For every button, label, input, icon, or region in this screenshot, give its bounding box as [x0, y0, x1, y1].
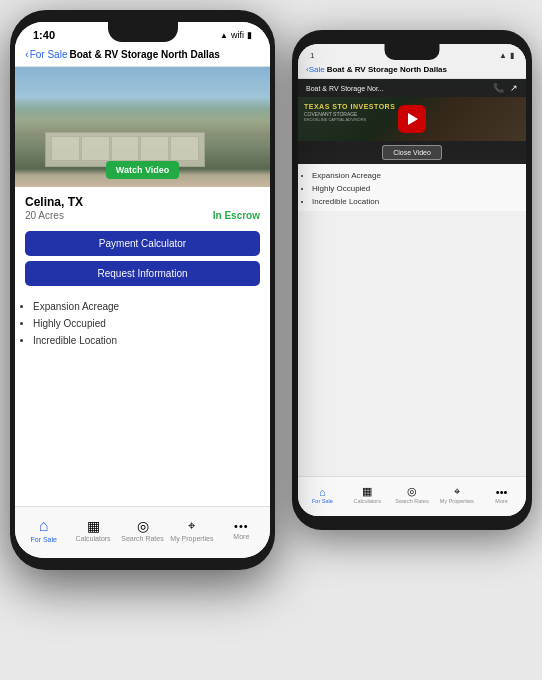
back-nav-title: Boat & RV Storage North Dallas	[327, 65, 447, 74]
front-tab-for-sale[interactable]: ⌂ For Sale	[19, 517, 68, 543]
front-phone-screen: 1:40 ▲ wifi ▮ ‹ For Sale Boat & RV Stora…	[15, 22, 270, 558]
back-signal-icon: 1	[310, 51, 314, 60]
front-building-row	[51, 136, 199, 161]
back-tab-search-rates[interactable]: ◎ Search Rates	[390, 485, 435, 504]
video-title: Boat & RV Storage Nor...	[306, 85, 384, 92]
back-properties-icon: ⌖	[454, 485, 460, 498]
request-information-button[interactable]: Request Information	[25, 261, 260, 286]
phone-icon[interactable]: 📞	[493, 83, 504, 93]
back-tab-for-sale-label: For Sale	[312, 498, 333, 504]
back-for-sale-label: Sale	[309, 65, 325, 74]
front-tab-search-rates[interactable]: ◎ Search Rates	[118, 518, 167, 542]
back-nav-back-button[interactable]: ‹ Sale	[306, 65, 325, 74]
front-feature-item-1: Highly Occupied	[33, 315, 260, 332]
back-tab-calculators-label: Calculators	[353, 498, 381, 504]
back-feature-item-2: Incredible Location	[312, 195, 518, 208]
video-header: Boat & RV Storage Nor... 📞 ↗	[298, 79, 526, 97]
front-tab-my-properties-label: My Properties	[170, 535, 213, 542]
back-calc-icon: ▦	[362, 485, 372, 498]
payment-calculator-button[interactable]: Payment Calculator	[25, 231, 260, 256]
video-player-area[interactable]: TEXAS STO INVESTORS COVENANT STORAGE BRO…	[298, 97, 526, 141]
front-property-details: Celina, TX 20 Acres In Escrow	[15, 187, 270, 225]
front-properties-icon: ⌖	[188, 518, 195, 534]
front-building-unit-1	[51, 136, 80, 161]
play-triangle-icon	[408, 113, 418, 125]
back-wifi-icon: ▲	[499, 51, 507, 60]
back-more-icon: •••	[496, 486, 508, 498]
front-property-image: Watch Video	[15, 67, 270, 187]
front-property-acres: 20 Acres	[25, 210, 64, 221]
back-tab-search-rates-label: Search Rates	[395, 498, 428, 504]
back-tab-bar: ⌂ For Sale ▦ Calculators ◎ Search Rates …	[298, 476, 526, 516]
front-tab-my-properties[interactable]: ⌖ My Properties	[167, 518, 216, 542]
front-building-unit-3	[111, 136, 140, 161]
front-tab-for-sale-label: For Sale	[30, 536, 56, 543]
close-video-btn-area: Close Video	[298, 141, 526, 164]
back-tab-more[interactable]: ••• More	[479, 486, 524, 504]
front-tab-calculators[interactable]: ▦ Calculators	[68, 518, 117, 542]
back-features-list: Expansion Acreage Highly Occupied Incred…	[298, 164, 526, 211]
front-battery-icon: ▮	[247, 30, 252, 40]
front-building-unit-2	[81, 136, 110, 161]
front-property-location: Celina, TX	[25, 195, 260, 209]
front-features-list: Expansion Acreage Highly Occupied Incred…	[15, 292, 270, 353]
back-feature-item-0: Expansion Acreage	[312, 169, 518, 182]
front-feature-item-2: Incredible Location	[33, 332, 260, 349]
front-building-unit-4	[140, 136, 169, 161]
play-button[interactable]	[398, 105, 426, 133]
back-tab-my-properties[interactable]: ⌖ My Properties	[434, 485, 479, 504]
back-tab-for-sale[interactable]: ⌂ For Sale	[300, 486, 345, 504]
front-signal-icon: ▲	[220, 31, 228, 40]
front-buildings	[35, 117, 250, 167]
front-search-icon: ◎	[137, 518, 149, 534]
front-tab-more-label: More	[233, 533, 249, 540]
front-nav-title: Boat & RV Storage North Dallas	[69, 49, 260, 60]
close-video-button[interactable]: Close Video	[382, 145, 442, 160]
back-tab-calculators[interactable]: ▦ Calculators	[345, 485, 390, 504]
front-action-buttons: Payment Calculator Request Information	[15, 225, 270, 292]
front-feature-item-0: Expansion Acreage	[33, 298, 260, 315]
front-tab-more[interactable]: ••• More	[217, 520, 266, 540]
front-chevron-icon: ‹	[25, 48, 29, 60]
front-wifi-icon: wifi	[231, 30, 244, 40]
front-phone: 1:40 ▲ wifi ▮ ‹ For Sale Boat & RV Stora…	[10, 10, 275, 570]
video-header-icons: 📞 ↗	[493, 83, 518, 93]
front-nav-header: ‹ For Sale Boat & RV Storage North Dalla…	[15, 44, 270, 67]
back-battery-icon: ▮	[510, 51, 514, 60]
front-property-sub: 20 Acres In Escrow	[25, 210, 260, 221]
front-building-unit-5	[170, 136, 199, 161]
front-home-icon: ⌂	[39, 517, 49, 535]
back-feature-item-1: Highly Occupied	[312, 182, 518, 195]
front-notch	[108, 22, 178, 42]
front-in-escrow-badge: In Escrow	[213, 210, 260, 221]
back-phone-screen: 1 ▲ ▮ ‹ Sale Boat & RV Storage North Dal…	[298, 44, 526, 516]
front-more-icon: •••	[234, 520, 249, 532]
front-tab-bar: ⌂ For Sale ▦ Calculators ◎ Search Rates …	[15, 506, 270, 558]
front-for-sale-label: For Sale	[30, 49, 68, 60]
back-phone: 1 ▲ ▮ ‹ Sale Boat & RV Storage North Dal…	[292, 30, 532, 530]
back-notch	[385, 44, 440, 60]
phone-container: 1 ▲ ▮ ‹ Sale Boat & RV Storage North Dal…	[0, 0, 542, 680]
back-tab-my-properties-label: My Properties	[440, 498, 474, 504]
watch-video-button[interactable]: Watch Video	[106, 161, 180, 179]
back-tab-more-label: More	[495, 498, 508, 504]
front-time: 1:40	[33, 29, 55, 41]
front-tab-calculators-label: Calculators	[76, 535, 111, 542]
back-search-icon: ◎	[407, 485, 417, 498]
back-nav-header: ‹ Sale Boat & RV Storage North Dallas	[298, 62, 526, 79]
front-calc-icon: ▦	[87, 518, 100, 534]
video-overlay: Boat & RV Storage Nor... 📞 ↗ TEXAS STO I…	[298, 79, 526, 164]
back-home-icon: ⌂	[319, 486, 326, 498]
share-icon[interactable]: ↗	[510, 83, 518, 93]
back-property-image: Boat & RV Storage Nor... 📞 ↗ TEXAS STO I…	[298, 79, 526, 164]
front-status-icons: ▲ wifi ▮	[220, 30, 252, 40]
front-tab-search-rates-label: Search Rates	[121, 535, 163, 542]
front-nav-back-button[interactable]: ‹ For Sale	[25, 48, 67, 60]
